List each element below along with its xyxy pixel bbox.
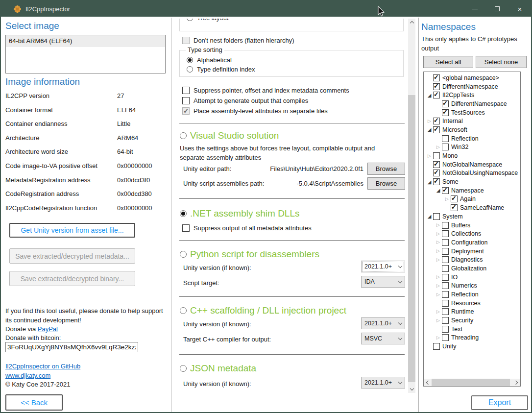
tree-item[interactable]: NotGlobalUsingNamespace [425,169,520,178]
tree-h-scrollbar[interactable] [424,379,520,386]
tree-item[interactable]: ▷Deployment [425,247,520,256]
tree-item[interactable]: ▷IO [425,273,520,282]
expanded-expander-icon[interactable]: ◢ [426,178,433,186]
collapsed-expander-icon[interactable]: ▷ [435,221,442,229]
python-unity-version-select[interactable]: 2021.1.0+ [361,261,405,272]
collapsed-expander-icon[interactable]: ▷ [443,195,451,203]
tree-item-checkbox[interactable] [442,187,449,194]
tree-item-checkbox[interactable] [442,265,449,272]
scroll-down-arrow[interactable] [408,386,415,393]
alphabetical-radio[interactable] [187,57,193,63]
assembly-attributes-checkbox[interactable] [182,107,190,115]
shim-dlls-radio[interactable] [180,210,187,217]
tree-item-checkbox[interactable] [451,195,458,202]
maximize-button[interactable] [486,1,508,17]
tree-item[interactable]: <global namespace> [425,73,520,82]
tree-item[interactable]: DifferentNamespace [425,99,520,108]
tree-item-checkbox[interactable] [442,256,449,263]
cpp-compiler-select[interactable]: MSVC [361,333,405,344]
tree-item[interactable]: Resources [425,299,520,308]
alphabetical-option[interactable]: Alphabetical [187,56,232,64]
tree-item[interactable]: ▷Again [425,195,520,204]
script-assemblies-path-value[interactable]: -5.0.4\ScriptAssemblies [248,180,363,187]
scroll-right-arrow[interactable] [513,379,520,386]
tree-item[interactable]: ▷Reflection [425,290,520,299]
tree-item[interactable]: ▷Diagnostics [425,255,520,264]
tree-item[interactable]: ▷Threading [425,334,520,342]
collapsed-expander-icon[interactable]: ▷ [435,273,442,281]
github-link[interactable]: Il2CppInspector on GitHub [5,363,80,370]
save-binary-button[interactable]: Save extracted/decrypted binary... [9,271,135,286]
expanded-expander-icon[interactable]: ◢ [426,213,433,220]
tree-item[interactable]: Text [425,325,520,334]
json-metadata-section-header[interactable]: JSON metadata [180,363,256,374]
back-button[interactable]: << Back [5,394,63,411]
cpp-unity-version-select[interactable]: 2021.1.0+ [361,317,405,329]
tree-item[interactable]: ▷Collections [425,229,520,238]
tree-item[interactable]: ▷Buffers [425,221,520,230]
flatten-checkbox[interactable] [182,37,190,44]
expanded-expander-icon[interactable]: ◢ [435,187,442,194]
tree-item-checkbox[interactable] [433,118,440,124]
suppress-metadata-attributes-checkbox[interactable] [182,224,190,232]
collapsed-expander-icon[interactable]: ▷ [426,118,433,125]
cpp-scaffolding-radio[interactable] [180,307,187,314]
collapsed-expander-icon[interactable]: ▷ [435,256,442,264]
collapsed-expander-icon[interactable]: ▷ [435,317,442,324]
tree-item[interactable]: SameLeafName [425,203,520,212]
tree-item[interactable]: Unity [425,342,520,351]
image-list-item-selected[interactable]: 64-bit ARM64 (ELF64) [6,35,165,47]
tree-item-checkbox[interactable] [433,152,440,159]
tree-item[interactable]: ◢Il2CppTests [425,91,520,99]
save-metadata-button[interactable]: Save extracted/decrypted metadata... [9,248,135,264]
suppress-comments-checkbox[interactable] [182,87,190,94]
tree-item-checkbox[interactable] [433,178,440,185]
tree-item-checkbox[interactable] [442,291,449,298]
type-definition-index-option[interactable]: Type definition index [187,66,255,73]
close-button[interactable]: × [508,1,531,17]
tree-item-checkbox[interactable] [442,222,449,229]
tree-item-checkbox[interactable] [433,343,440,350]
collapsed-expander-icon[interactable]: ▷ [435,247,442,255]
tree-item-checkbox[interactable] [451,204,458,211]
tree-item-checkbox[interactable] [442,300,449,307]
collapsed-expander-icon[interactable]: ▷ [435,308,442,316]
tree-item-checkbox[interactable] [442,144,449,150]
tree-item-checkbox[interactable] [442,317,449,324]
tree-item-checkbox[interactable] [433,83,440,90]
tree-item[interactable]: ▷Configuration [425,238,520,247]
suppress-metadata-attributes-option[interactable]: Suppress output of all metadata attribut… [182,224,312,232]
cpp-scaffolding-section-header[interactable]: C++ scaffolding / DLL injection project [180,305,346,316]
tree-item-checkbox[interactable] [433,161,440,168]
browse-editor-path-button[interactable]: Browse [367,163,405,175]
tree-item[interactable]: ◢Microsoft [425,125,520,134]
tree-item-checkbox[interactable] [442,239,449,246]
tree-item[interactable]: NotGlobalNamespace [425,160,520,169]
unity-editor-path-value[interactable]: Files\Unity\Hub\Editor\2020.2.0f1 [248,165,363,172]
website-link[interactable]: www.djkaty.com [5,372,50,379]
tree-item[interactable]: TestSources [425,108,520,117]
image-listbox[interactable]: 64-bit ARM64 (ELF64) [5,35,166,73]
tree-item-checkbox[interactable] [442,326,449,333]
paypal-link[interactable]: PayPal [38,325,58,333]
expanded-expander-icon[interactable]: ◢ [426,92,433,99]
tree-item[interactable]: ▷Mono [425,151,520,160]
tree-item-checkbox[interactable] [442,100,449,107]
browse-assemblies-path-button[interactable]: Browse [367,177,405,190]
suppress-comments-option[interactable]: Suppress pointer, offset and index metad… [182,87,349,94]
tree-item[interactable]: ▷Numerics [425,282,520,291]
python-script-radio[interactable] [180,251,187,258]
export-button[interactable]: Export [471,395,528,410]
tree-item[interactable]: Globalization [425,264,520,273]
tree-item[interactable]: ▷Win32 [425,143,520,152]
tree-scrollbar-thumb[interactable] [432,379,510,386]
type-definition-index-radio[interactable] [187,66,193,73]
bitcoin-address-input[interactable] [5,342,138,352]
tree-item[interactable]: Reflection [425,134,520,143]
tree-item-checkbox[interactable] [442,230,449,237]
tree-item[interactable]: ▷Internal [425,117,520,125]
tree-layout-radio[interactable] [187,19,193,21]
tree-item[interactable]: ▷Security [425,316,520,325]
expanded-expander-icon[interactable]: ◢ [426,126,433,133]
vs-solution-section-header[interactable]: Visual Studio solution [180,130,279,141]
